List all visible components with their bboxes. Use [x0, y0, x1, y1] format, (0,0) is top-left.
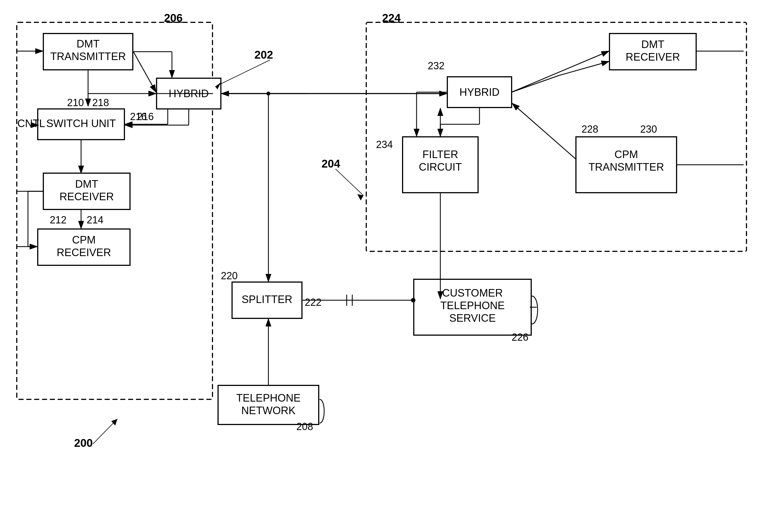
cntl-label: CNTL — [17, 118, 45, 129]
svg-rect-2 — [0, 0, 768, 532]
filter-circuit-label: FILTER — [422, 149, 458, 160]
customer-tel-label3: SERVICE — [449, 312, 496, 324]
label-202: 202 — [255, 49, 273, 61]
label-230: 230 — [640, 123, 657, 135]
splitter-label: SPLITTER — [242, 294, 293, 305]
svg-point-41 — [411, 298, 415, 302]
cpm-receiver-label: CPM — [72, 234, 96, 246]
cpm-receiver-label2: RECEIVER — [57, 247, 111, 258]
cpm-transmitter-label: CPM — [615, 149, 638, 160]
telephone-network-label: TELEPHONE — [236, 392, 301, 404]
dmt-receiver-left-label2: RECEIVER — [59, 191, 114, 202]
hybrid-right-label: HYBRID — [459, 86, 500, 98]
label-214: 214 — [87, 214, 103, 226]
label-216b: 216 — [137, 111, 154, 122]
label-228: 228 — [582, 123, 598, 135]
label-222: 222 — [305, 297, 322, 308]
dmt-transmitter-label: DMT — [77, 38, 99, 50]
dmt-transmitter-label2: TRANSMITTER — [50, 51, 126, 62]
label-226: 226 — [512, 331, 528, 343]
dmt-receiver-left-label: DMT — [75, 178, 98, 190]
cpm-transmitter-label2: TRANSMITTER — [589, 161, 664, 173]
label-234: 234 — [376, 139, 393, 150]
svg-point-70 — [267, 92, 270, 96]
filter-circuit-label2: CIRCUIT — [419, 161, 462, 173]
customer-tel-label: CUSTOMER — [442, 287, 503, 299]
label-200: 200 — [74, 437, 93, 449]
label-208: 208 — [296, 421, 313, 432]
label-232: 232 — [428, 60, 444, 71]
dmt-receiver-right-label2: RECEIVER — [626, 51, 680, 63]
label-204: 204 — [322, 158, 340, 170]
label-218: 218 — [92, 97, 109, 108]
telephone-network-label2: NETWORK — [241, 405, 296, 416]
label-210: 210 — [67, 97, 84, 108]
dmt-receiver-right-label: DMT — [641, 39, 664, 50]
label-220: 220 — [221, 270, 238, 281]
label-212: 212 — [50, 214, 66, 226]
customer-tel-label2: TELEPHONE — [440, 300, 505, 311]
diagram-container: .label { font-family: Arial, sans-serif;… — [0, 0, 768, 532]
switch-unit-label: SWITCH UNIT — [46, 118, 116, 129]
